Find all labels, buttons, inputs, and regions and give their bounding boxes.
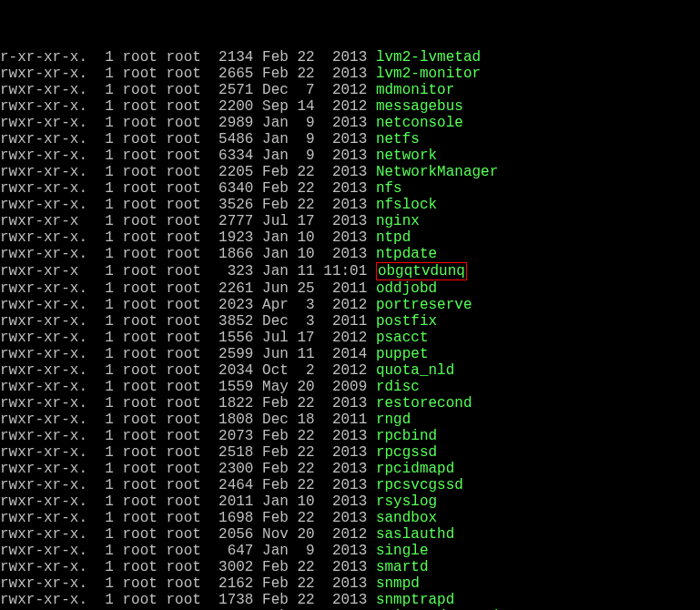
link-count: 1: [96, 592, 114, 608]
permissions: rwxr-xr-x.: [0, 115, 96, 131]
link-count: 1: [96, 180, 114, 197]
permissions: rwxr-xr-x.: [0, 395, 96, 412]
group: root: [157, 180, 201, 197]
file-size: 1559: [201, 379, 254, 395]
modification-date: Feb 22 2013: [253, 510, 375, 526]
modification-date: Jan 10 2013: [253, 246, 375, 262]
link-count: 1: [96, 395, 114, 412]
group: root: [157, 510, 201, 526]
modification-date: Feb 22 2013: [253, 575, 375, 592]
file-listing-row: rwxr-xr-x. 1 root root 3526 Feb 22 2013 …: [0, 197, 700, 213]
group: root: [157, 379, 201, 395]
filename: rpcsvcgssd: [376, 477, 463, 493]
filename: mdmonitor: [376, 82, 454, 98]
permissions: rwxr-xr-x.: [0, 180, 96, 197]
modification-date: Feb 22 2013: [253, 49, 375, 66]
group: root: [157, 330, 201, 346]
owner: root: [114, 213, 157, 229]
owner: root: [114, 49, 157, 66]
modification-date: Jan 10 2013: [253, 493, 375, 510]
modification-date: Jul 17 2012: [253, 330, 375, 346]
permissions: rwxr-xr-x.: [0, 461, 96, 477]
filename: single: [376, 543, 429, 559]
owner: root: [114, 263, 157, 280]
permissions: rwxr-xr-x.: [0, 362, 96, 379]
modification-date: Jun 25 2011: [253, 280, 375, 297]
owner: root: [114, 575, 157, 592]
owner: root: [114, 510, 157, 526]
link-count: 1: [96, 313, 114, 330]
owner: root: [114, 428, 157, 444]
filename: ntpdate: [376, 246, 437, 262]
modification-date: Feb 22 2013: [253, 164, 375, 180]
owner: root: [114, 412, 157, 428]
group: root: [157, 543, 201, 559]
filename: psacct: [376, 330, 429, 346]
modification-date: May 20 2009: [253, 379, 375, 395]
file-size: 2665: [201, 66, 254, 82]
file-listing-row: rwxr-xr-x. 1 root root 6340 Feb 22 2013 …: [0, 180, 700, 197]
filename: postfix: [376, 313, 437, 330]
group: root: [157, 115, 201, 131]
group: root: [157, 559, 201, 575]
file-size: 6340: [201, 180, 254, 197]
permissions: rwxr-xr-x.: [0, 313, 96, 330]
owner: root: [114, 131, 157, 147]
file-size: 2056: [201, 526, 254, 543]
permissions: rwxr-xr-x.: [0, 543, 96, 559]
group: root: [157, 197, 201, 213]
filename: nfs: [376, 180, 402, 197]
file-size: 1822: [201, 395, 254, 412]
filename: rsyslog: [376, 493, 437, 510]
modification-date: Jan 9 2013: [253, 147, 375, 164]
filename: quota_nld: [376, 362, 454, 379]
link-count: 1: [96, 213, 114, 229]
filename-highlighted: obgqtvdunq: [376, 262, 467, 280]
permissions: rwxr-xr-x.: [0, 131, 96, 147]
group: root: [157, 49, 201, 66]
group: root: [157, 280, 201, 297]
modification-date: Feb 22 2013: [253, 559, 375, 575]
link-count: 1: [96, 131, 114, 147]
file-listing-row: r-xr-xr-x. 1 root root 2134 Feb 22 2013 …: [0, 49, 700, 66]
link-count: 1: [96, 477, 114, 493]
permissions: rwxr-xr-x: [0, 213, 96, 229]
group: root: [157, 82, 201, 98]
file-listing-row: rwxr-xr-x 1 root root 2777 Jul 17 2013 n…: [0, 213, 700, 229]
owner: root: [114, 395, 157, 412]
link-count: 1: [96, 82, 114, 98]
owner: root: [114, 280, 157, 297]
link-count: 1: [96, 444, 114, 461]
filename: lvm2-lvmetad: [376, 49, 481, 66]
file-size: 3852: [201, 313, 254, 330]
filename: nginx: [376, 213, 420, 229]
filename: rpcidmapd: [376, 461, 454, 477]
modification-date: Feb 22 2013: [253, 461, 375, 477]
owner: root: [114, 229, 157, 246]
group: root: [157, 412, 201, 428]
filename: netconsole: [376, 115, 463, 131]
group: root: [157, 395, 201, 412]
link-count: 1: [96, 575, 114, 592]
file-listing-row: rwxr-xr-x. 1 root root 2073 Feb 22 2013 …: [0, 428, 700, 444]
filename: snmptrapd: [376, 592, 454, 608]
file-listing-row: rwxr-xr-x 1 root root 323 Jan 11 11:01 o…: [0, 262, 700, 280]
file-listing-row: rwxr-xr-x. 1 root root 2162 Feb 22 2013 …: [0, 575, 700, 592]
link-count: 1: [96, 493, 114, 510]
link-count: 1: [96, 263, 114, 280]
group: root: [157, 164, 201, 180]
file-size: 647: [201, 543, 254, 559]
link-count: 1: [96, 543, 114, 559]
owner: root: [114, 297, 157, 313]
permissions: rwxr-xr-x.: [0, 147, 96, 164]
group: root: [157, 575, 201, 592]
group: root: [157, 229, 201, 246]
owner: root: [114, 330, 157, 346]
file-size: 3526: [201, 197, 254, 213]
filename: puppet: [376, 346, 429, 362]
link-count: 1: [96, 297, 114, 313]
permissions: rwxr-xr-x.: [0, 164, 96, 180]
file-listing-row: rwxr-xr-x. 1 root root 1822 Feb 22 2013 …: [0, 395, 700, 412]
permissions: rwxr-xr-x.: [0, 428, 96, 444]
group: root: [157, 493, 201, 510]
